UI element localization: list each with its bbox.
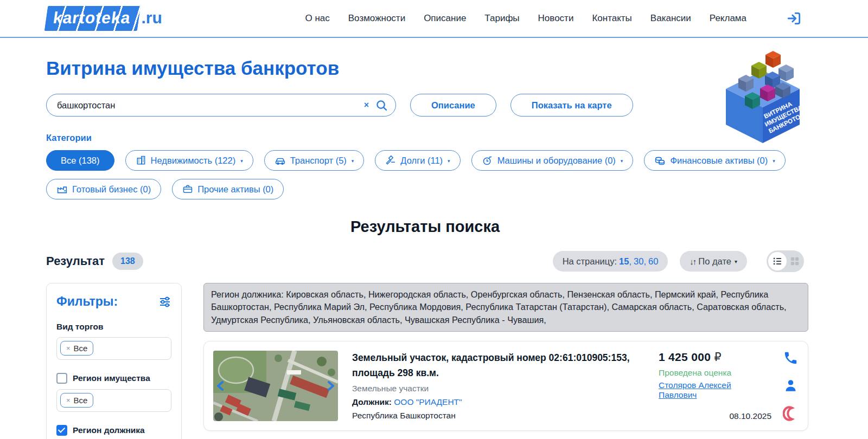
nav-item-contacts[interactable]: Контакты [592, 13, 631, 24]
list-view-button[interactable] [768, 252, 787, 270]
header: kartoteka .ru О нас Возможности Описание… [0, 0, 868, 38]
results-count-block: Результат 138 [46, 253, 143, 270]
property-region-checkbox[interactable] [56, 373, 67, 384]
listing-category: Земельные участки [352, 384, 659, 393]
category-real-estate[interactable]: Недвижимость (122) ▾ [125, 150, 253, 171]
phone-icon[interactable] [783, 351, 798, 365]
listing-actions [782, 351, 799, 421]
category-other-assets[interactable]: Прочие активы (0) [172, 179, 284, 199]
machine-icon [482, 155, 493, 166]
manager-link[interactable]: Столяров Алексей Павлович [659, 380, 771, 400]
login-icon[interactable] [787, 11, 802, 26]
remove-tag-icon[interactable]: × [66, 344, 71, 352]
remove-tag-icon[interactable]: × [66, 396, 71, 404]
listing-thumbnail[interactable] [213, 351, 338, 421]
per-page-option-15[interactable]: 15 [619, 256, 629, 267]
sliders-icon[interactable] [158, 295, 171, 308]
tag-label: Все [74, 396, 88, 405]
debtor-region-checkbox[interactable] [56, 425, 67, 436]
list-view-icon [773, 256, 782, 266]
category-other-assets-label: Прочие активы (0) [197, 184, 273, 195]
briefcase-icon [182, 184, 193, 195]
valuation-status: Проведена оценка [659, 368, 771, 378]
person-icon[interactable] [783, 378, 798, 393]
filters-title: Фильтры: [56, 294, 118, 309]
filter-group-auction-type: Вид торгов [56, 322, 171, 332]
filters-panel: Фильтры: Вид торгов × Все Регион имущест… [46, 283, 182, 439]
category-financial-label: Финансовые активы (0) [670, 156, 768, 166]
showcase-cube-logo: ВИТРИНА ИМУЩЕСТВА БАНКРОТОВ [722, 47, 804, 144]
description-button[interactable]: Описание [410, 94, 496, 117]
show-on-map-button[interactable]: Показать на карте [510, 94, 633, 117]
category-row-2: Готовый бизнес (0) Прочие активы (0) [0, 179, 868, 199]
nav-item-tariffs[interactable]: Тарифы [484, 13, 519, 24]
debtor-link[interactable]: ООО "РИАДЕНТ" [394, 397, 462, 406]
category-debts[interactable]: Долги (11) ▾ [375, 150, 460, 171]
search-icon[interactable] [375, 99, 388, 112]
category-business[interactable]: Готовый бизнес (0) [46, 179, 161, 199]
tag-label: Все [74, 344, 88, 353]
car-icon [275, 155, 286, 166]
caret-down-icon: ▾ [621, 158, 623, 164]
per-page-separator: , [643, 256, 646, 267]
property-region-label: Регион имущества [73, 373, 150, 383]
category-machinery[interactable]: Машины и оборудование (0) ▾ [471, 150, 634, 171]
debtor-label: Должник: [352, 397, 392, 406]
listing-region: Республика Башкортостан [352, 411, 659, 421]
nav-item-description[interactable]: Описание [424, 13, 466, 24]
sort-label: По дате [698, 256, 731, 267]
caret-down-icon: ▾ [352, 158, 354, 164]
caret-down-icon: ▾ [448, 158, 450, 164]
listing-meta: 1 425 000₽ Проведена оценка Столяров Але… [659, 351, 799, 421]
category-business-label: Готовый бизнес (0) [72, 184, 151, 195]
listing-title[interactable]: Земельный участок, кадастровый номер 02:… [352, 351, 659, 380]
nav-item-about[interactable]: О нас [305, 13, 329, 24]
category-transport-label: Транспорт (5) [290, 156, 347, 166]
search-box: × [46, 94, 396, 117]
main-nav: О нас Возможности Описание Тарифы Новост… [305, 11, 802, 26]
debtor-region-note: Регион должника: Кировская область, Ниже… [203, 283, 808, 332]
per-page-option-60[interactable]: 60 [648, 256, 658, 267]
listing-card: Земельный участок, кадастровый номер 02:… [203, 341, 808, 431]
factory-icon [56, 184, 68, 195]
nav-item-vacancies[interactable]: Вакансии [650, 13, 691, 24]
caret-down-icon: ▾ [773, 158, 775, 164]
nav-item-features[interactable]: Возможности [348, 13, 405, 24]
kartoteka-logo[interactable]: kartoteka .ru [46, 6, 162, 31]
building-icon [136, 155, 146, 166]
nav-item-ads[interactable]: Реклама [710, 13, 746, 24]
search-input[interactable] [57, 100, 360, 111]
nav-item-news[interactable]: Новости [538, 13, 574, 24]
view-toggle [767, 250, 804, 272]
debtor-region-label: Регион должника [73, 425, 145, 435]
caret-down-icon: ▾ [735, 259, 737, 264]
prev-photo-arrow[interactable] [216, 381, 225, 391]
category-transport[interactable]: Транспорт (5) ▾ [264, 150, 365, 171]
grid-view-button[interactable] [790, 256, 800, 266]
sort-by-date-button[interactable]: ↓↑ По дате ▾ [680, 251, 747, 272]
logo-text: kartoteka [52, 9, 132, 27]
next-photo-arrow[interactable] [327, 381, 335, 391]
coins-icon [654, 155, 666, 166]
property-region-select[interactable]: × Все [56, 389, 171, 412]
per-page-separator: , [629, 256, 631, 267]
category-all[interactable]: Все (138) [46, 150, 114, 171]
main-area: Фильтры: Вид торгов × Все Регион имущест… [0, 283, 868, 439]
auction-type-select[interactable]: × Все [56, 337, 171, 360]
per-page-pill: На страницу: 15 , 30 , 60 [553, 251, 668, 272]
auction-type-label: Вид торгов [56, 322, 103, 332]
listing-debtor-row: Должник: ООО "РИАДЕНТ" [352, 397, 659, 407]
clear-search-icon[interactable]: × [364, 100, 369, 110]
category-row-1: Все (138) Недвижимость (122) ▾ Транспорт… [0, 150, 868, 171]
per-page-option-30[interactable]: 30 [634, 256, 643, 267]
listing-price-row: 1 425 000₽ [659, 351, 771, 364]
results-toolbar: Результат 138 На страницу: 15 , 30 , 60 … [0, 250, 868, 272]
category-financial[interactable]: Финансовые активы (0) ▾ [644, 150, 785, 171]
category-debts-label: Долги (11) [400, 156, 443, 166]
results-count-label: Результат [46, 254, 105, 268]
category-all-label: Все (138) [61, 156, 100, 166]
sort-arrows-icon: ↓↑ [690, 257, 695, 266]
satellite-photo [213, 351, 338, 421]
kartoteka-mark-icon[interactable] [783, 406, 798, 421]
selected-tag: × Все [60, 393, 93, 408]
